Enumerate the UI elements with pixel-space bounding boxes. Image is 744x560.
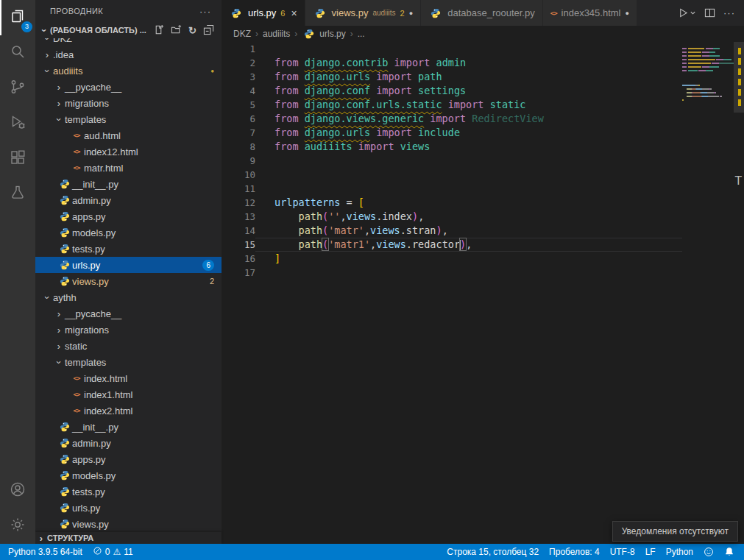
- line-number[interactable]: 1: [222, 42, 255, 56]
- line-number[interactable]: 7: [222, 126, 255, 140]
- code-line[interactable]: 9: [222, 154, 682, 168]
- tree-item-dkz[interactable]: ›DKZ: [35, 38, 222, 46]
- tree-item-models-py[interactable]: models.py: [35, 224, 222, 241]
- code-text[interactable]: from django.urls import path: [255, 70, 682, 84]
- tree-item-pycache[interactable]: ›__pycache__: [35, 305, 222, 322]
- encoding[interactable]: UTF-8: [605, 544, 640, 560]
- activity-account[interactable]: [0, 473, 35, 508]
- tree-item-admin-py[interactable]: admin.py: [35, 192, 222, 208]
- outline-section-header[interactable]: › СТРУКТУРА: [35, 532, 222, 544]
- sidebar-more-icon[interactable]: ···: [199, 6, 211, 17]
- code-line[interactable]: 7from django.urls import include: [222, 126, 682, 140]
- tree-item-static[interactable]: ›static: [35, 338, 222, 354]
- tree-item-models-py[interactable]: models.py: [35, 467, 222, 483]
- activity-search[interactable]: [0, 35, 35, 71]
- code-text[interactable]: [255, 154, 682, 168]
- line-number[interactable]: 10: [222, 168, 255, 182]
- tree-item-aud-html[interactable]: <>aud.html: [35, 127, 222, 143]
- refresh-icon[interactable]: ↻: [188, 26, 196, 35]
- code-text[interactable]: from django.conf.urls.static import stat…: [255, 98, 682, 112]
- tree-item-migrations[interactable]: ›migrations: [35, 95, 222, 111]
- code-line[interactable]: 11: [222, 182, 682, 196]
- code-text[interactable]: path('matr',views.stran),: [255, 224, 682, 238]
- run-python-file-icon[interactable]: [678, 7, 696, 18]
- code-line[interactable]: 5from django.conf.urls.static import sta…: [222, 98, 682, 112]
- tab-database-roouter-py[interactable]: database_roouter.py: [421, 0, 543, 26]
- eol[interactable]: LF: [640, 544, 661, 560]
- line-number[interactable]: 14: [222, 224, 255, 238]
- tree-item-urls-py[interactable]: urls.py: [35, 500, 222, 516]
- problems-indicator[interactable]: 0 ⚠ 11: [88, 544, 138, 560]
- code-line[interactable]: 2from django.contrib import admin: [222, 56, 682, 70]
- tree-item-init-py[interactable]: __init__.py: [35, 419, 222, 435]
- code-line[interactable]: 10: [222, 168, 682, 182]
- notifications-bell-icon[interactable]: [719, 544, 740, 560]
- tree-item-urls-py[interactable]: urls.py6: [35, 257, 222, 273]
- code-text[interactable]: path('',views.index),: [255, 210, 682, 224]
- new-file-icon[interactable]: [153, 24, 164, 37]
- code-line[interactable]: 8from audiiits import views: [222, 140, 682, 154]
- tree-item-matr-html[interactable]: <>matr.html: [35, 160, 222, 176]
- tree-item-index-html[interactable]: <>index.html: [35, 370, 222, 386]
- code-line[interactable]: 3from django.urls import path: [222, 70, 682, 84]
- tree-item-views-py[interactable]: views.py: [35, 516, 222, 532]
- activity-settings[interactable]: [0, 508, 35, 544]
- tree-item-idea[interactable]: ›.idea: [35, 46, 222, 63]
- workspace-section-header[interactable]: › (РАБОЧАЯ ОБЛАСТЬ) ... ↻: [35, 22, 222, 38]
- indentation[interactable]: Пробелов: 4: [544, 544, 605, 560]
- line-number[interactable]: 15: [222, 238, 255, 252]
- code-text[interactable]: [255, 42, 682, 56]
- tree-item-admin-py[interactable]: admin.py: [35, 435, 222, 451]
- code-line[interactable]: 12urlpatterns = [: [222, 196, 682, 210]
- line-number[interactable]: 16: [222, 252, 255, 266]
- tree-item-init-py[interactable]: __init__.py: [35, 176, 222, 192]
- activity-source-control[interactable]: [0, 71, 35, 106]
- tree-item-aythh[interactable]: ›aythh: [35, 289, 222, 305]
- tab-urls-py[interactable]: urls.py6×: [222, 0, 305, 26]
- tree-item-templates[interactable]: ›templates: [35, 111, 222, 127]
- code-text[interactable]: path('matr1',views.redactor),: [255, 238, 682, 252]
- code-text[interactable]: [255, 182, 682, 196]
- code-text[interactable]: ]: [255, 252, 682, 266]
- breadcrumb-item-[interactable]: ...: [358, 29, 365, 39]
- tree-item-tests-py[interactable]: tests.py: [35, 241, 222, 257]
- line-number[interactable]: 9: [222, 154, 255, 168]
- line-number[interactable]: 4: [222, 84, 255, 98]
- tab-views-py[interactable]: views.pyaudiiits2●: [305, 0, 422, 26]
- tree-item-pycache[interactable]: ›__pycache__: [35, 79, 222, 95]
- line-number[interactable]: 5: [222, 98, 255, 112]
- breadcrumb-item-audiiits[interactable]: audiiits: [263, 29, 290, 39]
- line-number[interactable]: 6: [222, 112, 255, 126]
- tree-item-apps-py[interactable]: apps.py: [35, 208, 222, 224]
- activity-testing[interactable]: [0, 177, 35, 212]
- breadcrumb-item-urls-py[interactable]: urls.py: [302, 29, 345, 39]
- tab-index345-html[interactable]: <>index345.html●: [543, 0, 637, 26]
- activity-extensions[interactable]: [0, 141, 35, 177]
- code-text[interactable]: from django.conf import settings: [255, 84, 682, 98]
- code-line[interactable]: 1: [222, 42, 682, 56]
- new-folder-icon[interactable]: [171, 24, 182, 37]
- line-number[interactable]: 13: [222, 210, 255, 224]
- code-line[interactable]: 14 path('matr',views.stran),: [222, 224, 682, 238]
- editor-more-icon[interactable]: ···: [723, 7, 735, 18]
- activity-run-debug[interactable]: [0, 106, 35, 141]
- line-number[interactable]: 8: [222, 140, 255, 154]
- collapse-all-icon[interactable]: [203, 24, 214, 37]
- cursor-position[interactable]: Строка 15, столбец 32: [442, 544, 544, 560]
- code-line[interactable]: 6from django.views.generic import Redire…: [222, 112, 682, 126]
- code-text[interactable]: [255, 168, 682, 182]
- tree-item-index12-html[interactable]: <>index12.html: [35, 143, 222, 160]
- code-line[interactable]: 13 path('',views.index),: [222, 210, 682, 224]
- tree-item-views-py[interactable]: views.py2: [35, 273, 222, 289]
- scrollbar[interactable]: T: [734, 42, 744, 544]
- tree-item-apps-py[interactable]: apps.py: [35, 451, 222, 467]
- notification-toast[interactable]: Уведомления отсутствуют: [612, 521, 738, 542]
- tree-item-audiiits[interactable]: ›audiiits●: [35, 63, 222, 79]
- code-text[interactable]: from django.urls import include: [255, 126, 682, 140]
- code-line[interactable]: 4from django.conf import settings: [222, 84, 682, 98]
- breadcrumb-item-dkz[interactable]: DKZ: [233, 29, 251, 39]
- activity-explorer[interactable]: 3: [0, 0, 35, 35]
- tree-item-index1-html[interactable]: <>index1.html: [35, 386, 222, 403]
- feedback-icon[interactable]: [698, 544, 719, 560]
- code-text[interactable]: from audiiits import views: [255, 140, 682, 154]
